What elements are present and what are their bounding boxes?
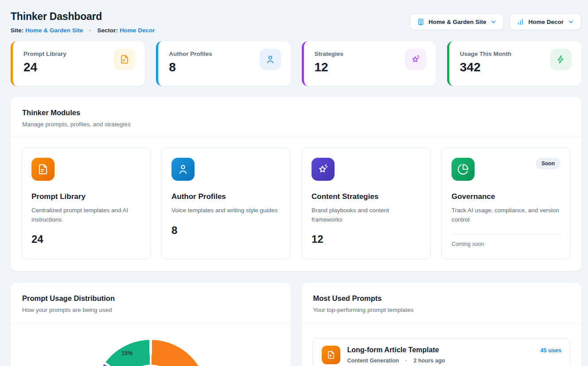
sector-link[interactable]: Home Decor <box>120 27 155 34</box>
separator-dot: · <box>89 27 91 34</box>
thinker-modules-panel: Thinker Modules Manage prompts, profiles… <box>11 97 581 271</box>
prompt-item-time: 2 hours ago <box>413 358 445 364</box>
prompt-item-title: Long-form Article Template <box>347 346 445 354</box>
module-card-governance[interactable]: Soon Governance Track AI usage, complian… <box>441 148 571 259</box>
module-description: Track AI usage, compliance, and version … <box>452 206 561 224</box>
site-link[interactable]: Home & Garden Site <box>25 27 83 34</box>
module-description: Centralized prompt templates and AI inst… <box>31 206 140 224</box>
most-used-prompts-subtitle: Your top-performing prompt templates <box>313 307 570 313</box>
stat-card-usage: Usage This Month 342 <box>447 41 581 86</box>
donut-chart-area: 15% <box>11 340 291 366</box>
donut-chart: 15% <box>94 340 207 366</box>
usage-distribution-card: Prompt Usage Distribution How your promp… <box>11 283 291 366</box>
soon-badge: Soon <box>536 158 561 169</box>
most-used-prompts-card: Most Used Prompts Your top-performing pr… <box>302 283 582 366</box>
site-selector-button[interactable]: Home & Garden Site <box>410 13 504 30</box>
page-header: Thinker Dashboard Site: Home & Garden Si… <box>11 11 581 34</box>
header-controls: Home & Garden Site Home Decor <box>410 13 581 30</box>
module-title: Author Profiles <box>171 192 280 201</box>
file-text-icon <box>31 158 55 181</box>
user-icon <box>171 158 195 181</box>
module-title: Prompt Library <box>31 192 140 201</box>
usage-distribution-title: Prompt Usage Distribution <box>22 294 279 303</box>
breadcrumb: Site: Home & Garden Site · Sector: Home … <box>11 27 155 34</box>
pie-chart-icon <box>452 158 475 181</box>
module-count: 8 <box>171 224 280 237</box>
building-icon <box>417 18 424 26</box>
modules-grid: Prompt Library Centralized prompt templa… <box>11 137 581 271</box>
bottom-row: Prompt Usage Distribution How your promp… <box>11 283 581 366</box>
zap-icon <box>550 49 572 70</box>
slice-label-green: 15% <box>121 350 132 356</box>
most-used-prompts-header: Most Used Prompts Your top-performing pr… <box>302 283 582 323</box>
module-description: Voice templates and writing style guides <box>171 206 280 215</box>
module-card-author-profiles[interactable]: Author Profiles Voice templates and writ… <box>161 148 291 259</box>
module-card-content-strategies[interactable]: Content Strategies Brand playbooks and c… <box>301 148 431 259</box>
stat-card-author-profiles: Author Profiles 8 <box>156 41 290 86</box>
header-left: Thinker Dashboard Site: Home & Garden Si… <box>11 11 155 34</box>
modules-subtitle: Manage prompts, profiles, and strategies <box>22 121 570 128</box>
site-label: Site: <box>11 27 23 34</box>
stats-row: Prompt Library 24 Author Profiles 8 Stra… <box>11 41 581 86</box>
bar-chart-icon <box>517 18 524 26</box>
modules-title: Thinker Modules <box>22 109 570 117</box>
module-title: Governance <box>452 192 561 201</box>
chevron-down-icon <box>568 19 574 25</box>
coming-soon-text: Coming soon <box>452 241 561 247</box>
site-selector-label: Home & Garden Site <box>428 19 487 25</box>
prompt-item-meta: Content Generation · 2 hours ago <box>347 358 445 364</box>
module-description: Brand playbooks and content frameworks <box>312 206 421 224</box>
stat-card-prompt-library: Prompt Library 24 <box>11 41 145 86</box>
file-text-icon <box>114 49 135 70</box>
sector-selector-button[interactable]: Home Decor <box>510 13 581 30</box>
prompt-item-category: Content Generation <box>347 358 399 364</box>
separator-dot: · <box>405 358 407 364</box>
modules-header: Thinker Modules Manage prompts, profiles… <box>11 97 581 137</box>
user-icon <box>260 49 281 70</box>
sector-label: Sector: <box>97 27 118 34</box>
usage-distribution-subtitle: How your prompts are being used <box>22 307 279 313</box>
prompt-list: Long-form Article Template Content Gener… <box>302 323 582 366</box>
sparkle-star-icon <box>405 49 426 70</box>
page-title: Thinker Dashboard <box>11 11 155 23</box>
chevron-down-icon <box>490 19 497 25</box>
module-count: 24 <box>31 233 140 245</box>
prompt-item-uses-badge: 45 uses <box>540 347 561 354</box>
most-used-prompts-title: Most Used Prompts <box>313 294 570 303</box>
module-title: Content Strategies <box>312 192 421 201</box>
usage-distribution-header: Prompt Usage Distribution How your promp… <box>11 283 291 323</box>
list-item-long-form-article[interactable]: Long-form Article Template Content Gener… <box>312 338 571 366</box>
module-card-prompt-library[interactable]: Prompt Library Centralized prompt templa… <box>21 148 151 259</box>
dashboard-page: Thinker Dashboard Site: Home & Garden Si… <box>0 0 588 366</box>
prompt-item-text: Long-form Article Template Content Gener… <box>347 346 445 364</box>
sector-selector-label: Home Decor <box>528 19 564 25</box>
stat-card-strategies: Strategies 12 <box>302 41 436 86</box>
module-count: 12 <box>312 233 421 245</box>
module-divider <box>452 234 561 234</box>
file-text-icon <box>322 346 340 364</box>
sparkle-star-icon <box>312 158 335 181</box>
